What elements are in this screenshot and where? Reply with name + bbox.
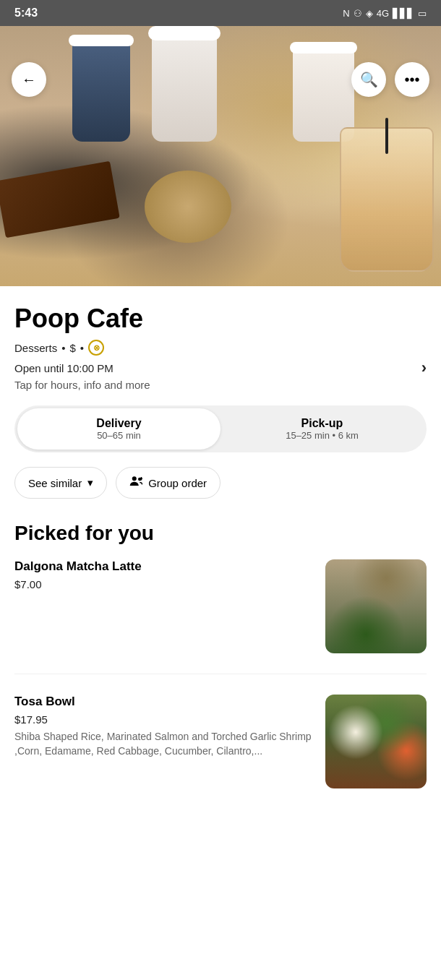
matcha-img-bg — [325, 559, 427, 653]
cup1-image — [72, 40, 130, 142]
more-button[interactable]: ••• — [395, 62, 429, 97]
group-icon — [129, 475, 142, 491]
network-icon: 4G — [377, 8, 389, 19]
nav-right-buttons: 🔍 ••• — [351, 62, 429, 97]
chevron-right-icon: › — [421, 358, 427, 377]
action-buttons: See similar ▾ Group order — [14, 467, 427, 499]
signal-icon: ▋▋▋ — [393, 8, 414, 19]
delivery-button[interactable]: Delivery 50–65 min — [17, 408, 220, 450]
group-order-label: Group order — [148, 477, 207, 489]
separator2: • — [80, 342, 84, 354]
cup2-image — [152, 33, 217, 142]
menu-item-tosa-desc: Shiba Shaped Rice, Marinated Salmon and … — [14, 730, 314, 758]
pickup-sub: 15–25 min • 6 km — [228, 430, 416, 441]
hero-image: ← 🔍 ••• — [0, 26, 441, 286]
location-icon: ◈ — [366, 8, 373, 19]
pickup-label: Pick-up — [228, 417, 416, 430]
tosa-img-bg — [325, 695, 427, 788]
restaurant-name: Poop Cafe — [14, 304, 427, 334]
more-icon: ••• — [404, 72, 419, 88]
menu-item-tosa-image — [325, 695, 427, 788]
menu-item-dalgona-image — [325, 559, 427, 653]
group-order-button[interactable]: Group order — [116, 467, 220, 499]
battery-icon: ▭ — [418, 8, 427, 19]
see-similar-label: See similar — [28, 477, 82, 489]
menu-item-dalgona-price: $7.00 — [14, 578, 314, 590]
menu-item-tosa-name: Tosa Bowl — [14, 695, 314, 709]
back-icon: ← — [22, 72, 36, 88]
category-text: Desserts — [14, 342, 57, 354]
search-icon: 🔍 — [360, 71, 378, 88]
menu-item-tosa[interactable]: Tosa Bowl $17.95 Shiba Shaped Rice, Mari… — [14, 695, 427, 809]
hours-row[interactable]: Open until 10:00 PM › — [14, 358, 427, 377]
pickup-button[interactable]: Pick-up 15–25 min • 6 km — [220, 408, 424, 450]
order-type-toggle[interactable]: Delivery 50–65 min Pick-up 15–25 min • 6… — [14, 405, 427, 452]
iced-drink-image — [340, 127, 434, 272]
status-icons: N ⚇ ◈ 4G ▋▋▋ ▭ — [343, 8, 427, 19]
tap-info[interactable]: Tap for hours, info and more — [14, 379, 427, 391]
bluetooth-icon: ⚇ — [354, 8, 362, 19]
nfc-icon: N — [343, 8, 349, 19]
delivery-sub: 50–65 min — [25, 430, 213, 441]
back-button[interactable]: ← — [12, 62, 46, 97]
status-time: 5:43 — [14, 7, 38, 20]
menu-item-tosa-info: Tosa Bowl $17.95 Shiba Shaped Rice, Mari… — [14, 695, 325, 758]
price-tier: $ — [69, 342, 75, 354]
chevron-down-icon: ▾ — [87, 476, 93, 489]
cookie-image — [145, 171, 231, 243]
main-content: Poop Cafe Desserts • $ • ⊗ Open until 10… — [0, 286, 441, 809]
menu-item-dalgona-info: Dalgona Matcha Latte $7.00 — [14, 559, 325, 595]
menu-item-dalgona-name: Dalgona Matcha Latte — [14, 559, 314, 574]
search-button[interactable]: 🔍 — [351, 62, 386, 97]
menu-item-tosa-price: $17.95 — [14, 713, 314, 726]
status-bar: 5:43 N ⚇ ◈ 4G ▋▋▋ ▭ — [0, 0, 441, 26]
restaurant-meta: Desserts • $ • ⊗ — [14, 340, 427, 356]
svg-point-0 — [132, 476, 137, 481]
section-picked-title: Picked for you — [14, 522, 427, 545]
rating-icon: ⊗ — [88, 340, 104, 356]
see-similar-button[interactable]: See similar ▾ — [14, 467, 107, 499]
hours-text: Open until 10:00 PM — [14, 362, 114, 374]
delivery-label: Delivery — [25, 417, 213, 430]
menu-item-dalgona[interactable]: Dalgona Matcha Latte $7.00 — [14, 559, 427, 674]
separator1: • — [61, 342, 65, 354]
